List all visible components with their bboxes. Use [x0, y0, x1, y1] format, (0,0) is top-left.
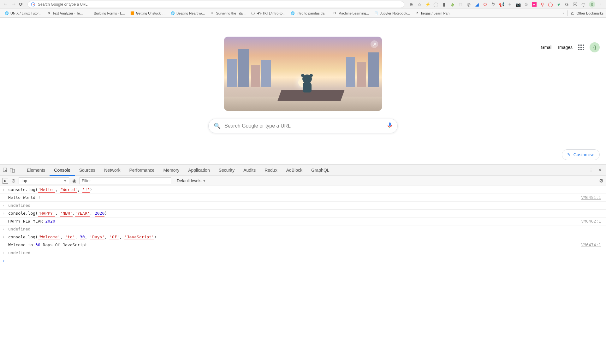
bookmark-item[interactable]: HMachine Learning... [330, 10, 371, 16]
bookmark-item[interactable]: 🌐Intro to pandas da... [288, 10, 329, 16]
console-marker-icon: ‹ [3, 203, 8, 208]
images-link[interactable]: Images [558, 45, 573, 50]
console-content[interactable]: Welcome to 30 Days Of JavaScript [8, 242, 581, 248]
device-toggle-icon[interactable] [9, 167, 16, 174]
ext-icon-camera[interactable]: 📷 [515, 2, 520, 7]
star-icon[interactable]: ☆ [417, 2, 422, 7]
log-levels-selector[interactable]: Default levels ▾ [174, 177, 208, 184]
bookmark-item[interactable]: ⠿Surviving the Tita... [208, 10, 248, 16]
forward-button[interactable]: → [11, 1, 16, 8]
omnibox-input[interactable] [38, 2, 401, 7]
favicon-icon: ◯ [251, 11, 255, 15]
bookmark-item[interactable]: 🌐UNIX / Linux Tutor... [3, 10, 43, 16]
share-icon[interactable]: ↗ [371, 40, 378, 48]
console-content[interactable]: undefined [8, 203, 603, 208]
ext-icon-8[interactable]: ✦ [507, 2, 512, 7]
console-row: ‹undefined [0, 225, 606, 233]
svg-rect-4 [10, 168, 13, 172]
back-button[interactable]: ← [3, 1, 8, 8]
devtools-tab-adblock[interactable]: AdBlock [282, 164, 307, 176]
zoom-icon[interactable]: ⊕ [409, 2, 414, 7]
filter-input[interactable] [80, 177, 171, 184]
live-expression-icon[interactable]: ◉ [72, 178, 76, 184]
console-source-link[interactable]: VM6451:1 [581, 195, 601, 200]
inspect-icon[interactable] [2, 167, 9, 174]
ext-icon-5[interactable]: □ [458, 2, 463, 7]
ext-icon-w[interactable]: ⓦ [573, 2, 578, 7]
gmail-link[interactable]: Gmail [541, 45, 553, 50]
browser-toolbar: ← → ⟳ ⊕ ☆ ⚡ ◯ ▮ ⬗ □ ◎ ◢ O f? 📢 ✦ 📷 ⚙ ▸ ⚲… [0, 0, 606, 9]
console-content[interactable]: console.log('HAPPY', 'NEW','YEAR', 2020) [8, 211, 603, 216]
ext-icon-7[interactable]: ◢ [474, 2, 479, 7]
ext-icon-red-o[interactable]: ◯ [548, 2, 553, 7]
search-box[interactable]: 🔍 [208, 119, 398, 133]
console-content[interactable]: undefined [8, 250, 603, 256]
devtools-tab-redux[interactable]: Redux [260, 164, 282, 176]
ext-icon-circle[interactable]: ◌ [581, 2, 586, 7]
console-settings-icon[interactable]: ⚙ [599, 178, 603, 184]
console-content[interactable]: console.log('Welcome', 'to', 30, 'Days',… [8, 234, 603, 240]
console-row: Hello World !VM6451:1 [0, 194, 606, 202]
google-apps-icon[interactable] [578, 45, 584, 50]
devtools-tab-network[interactable]: Network [100, 164, 125, 176]
devtools-close-icon[interactable]: × [596, 167, 604, 173]
devtools-tab-security[interactable]: Security [214, 164, 239, 176]
ext-icon-shield[interactable]: ♥ [556, 2, 561, 7]
context-selector[interactable]: top▾ [19, 177, 69, 184]
devtools-tab-console[interactable]: Console [50, 164, 74, 176]
ext-icon-2[interactable]: ◯ [433, 2, 438, 7]
bookmark-item[interactable]: bhrojas / Learn Pan... [413, 10, 454, 16]
bookmark-item[interactable]: ◯HY-TKTL/intro-to... [249, 10, 287, 16]
devtools-tab-application[interactable]: Application [184, 164, 214, 176]
console-row: ›console.log('Welcome', 'to', 30, 'Days'… [0, 233, 606, 241]
customise-button[interactable]: ✎ Customise [562, 149, 600, 160]
console-source-link[interactable]: VM6474:1 [581, 242, 601, 248]
devtools-tab-sources[interactable]: Sources [75, 164, 100, 176]
profile-avatar[interactable]: {} [590, 42, 600, 52]
devtools-tab-graphql[interactable]: GraphQL [307, 164, 334, 176]
bookmarks-overflow-icon[interactable]: » [562, 11, 564, 15]
favicon-icon: 🌐 [290, 11, 295, 15]
bookmark-item[interactable]: ⚙Text Analyzer - Te... [45, 10, 85, 16]
ext-icon-pin[interactable]: ⚲ [540, 2, 545, 7]
ext-icon-6[interactable]: ◎ [466, 2, 471, 7]
ext-icon-1[interactable]: ⚡ [425, 2, 430, 7]
ext-icon-g[interactable]: G [564, 2, 569, 7]
ext-icon-horn[interactable]: 📢 [499, 2, 504, 7]
search-input[interactable] [224, 123, 387, 129]
console-source-link[interactable]: VM6462:1 [581, 218, 601, 224]
console-content[interactable]: HAPPY NEW YEAR 2020 [8, 218, 581, 224]
ext-icon-pink[interactable]: ▸ [532, 2, 537, 7]
ext-icon-4[interactable]: ⬗ [450, 2, 455, 7]
devtools-tab-memory[interactable]: Memory [159, 164, 184, 176]
favicon-icon: 📄 [374, 11, 378, 15]
favicon-icon [88, 11, 92, 15]
console-content[interactable]: undefined [8, 226, 603, 232]
execute-icon[interactable]: ▶ [3, 178, 8, 184]
ext-icon-gear[interactable]: ⚙ [524, 2, 529, 7]
bookmark-item[interactable]: 🌐Beating Heart w/... [169, 10, 207, 16]
console-content[interactable]: console.log('Hello', 'World', '!') [8, 187, 603, 193]
bookmark-item[interactable]: 🟧Getting Unstuck |... [128, 10, 167, 16]
clear-console-icon[interactable]: ⊘ [11, 178, 15, 184]
customise-label: Customise [573, 152, 594, 157]
console-prompt[interactable]: › [0, 257, 606, 264]
devtools-tab-elements[interactable]: Elements [22, 164, 50, 176]
google-doodle[interactable]: ↗ [224, 37, 382, 111]
mic-icon[interactable] [387, 122, 392, 130]
other-bookmarks-button[interactable]: 🗀 Other Bookmarks [571, 11, 603, 15]
console-content[interactable]: Hello World ! [8, 195, 581, 200]
devtools-menu-icon[interactable]: ⋮ [586, 168, 596, 172]
ext-icon-3[interactable]: ▮ [442, 2, 447, 7]
devtools-tab-performance[interactable]: Performance [125, 164, 159, 176]
bookmark-item[interactable]: Building Forms - L... [86, 10, 127, 16]
reload-button[interactable]: ⟳ [19, 2, 23, 7]
bookmark-item[interactable]: 📄Jupyter Notebook... [372, 10, 412, 16]
profile-avatar-small[interactable]: {} [589, 1, 595, 8]
ext-icon-opera[interactable]: O [483, 2, 488, 7]
chrome-menu-icon[interactable]: ⋮ [598, 2, 603, 7]
favicon-icon: 🌐 [4, 11, 9, 15]
omnibox[interactable] [27, 1, 404, 8]
devtools-tab-audits[interactable]: Audits [239, 164, 260, 176]
ext-icon-f[interactable]: f? [491, 2, 496, 7]
